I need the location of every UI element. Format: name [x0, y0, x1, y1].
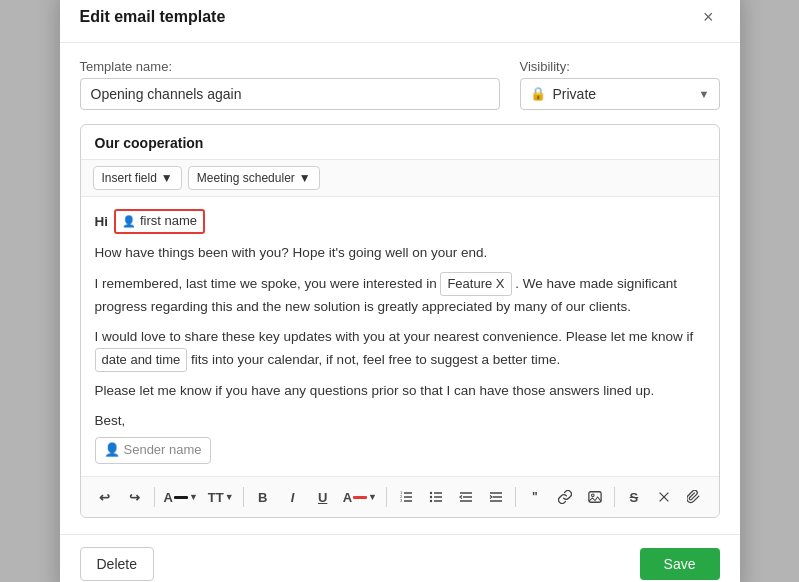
- date-time-value: date and time: [102, 352, 181, 367]
- sender-line: 👤 Sender name: [95, 437, 705, 464]
- bold-button[interactable]: B: [249, 483, 277, 511]
- font-color-button[interactable]: A ▼: [160, 488, 202, 507]
- svg-text:3: 3: [400, 498, 403, 503]
- unordered-list-button[interactable]: [422, 483, 450, 511]
- font-size-button[interactable]: TT ▼: [204, 488, 238, 507]
- sender-person-icon: 👤: [104, 440, 120, 461]
- insert-field-button[interactable]: Insert field ▼: [93, 166, 182, 190]
- svg-point-10: [430, 496, 432, 498]
- lock-icon: 🔒: [530, 86, 546, 101]
- italic-button[interactable]: I: [279, 483, 307, 511]
- toolbar-divider-5: [614, 487, 615, 507]
- blockquote-button[interactable]: ": [521, 483, 549, 511]
- toolbar-divider-3: [386, 487, 387, 507]
- font-color-arrow: ▼: [189, 492, 198, 502]
- editor-content-area[interactable]: Hi 👤 first name How have things been wit…: [81, 197, 719, 477]
- svg-point-9: [430, 492, 432, 494]
- indent-less-button[interactable]: [452, 483, 480, 511]
- modal-body: Template name: Visibility: 🔒 Private Pub…: [60, 43, 740, 535]
- toolbar-divider-1: [154, 487, 155, 507]
- visibility-select[interactable]: Private Public: [520, 78, 720, 110]
- editor-top-toolbar: Insert field ▼ Meeting scheduler ▼: [81, 160, 719, 197]
- content-line-2: I remembered, last time we spoke, you we…: [95, 272, 705, 318]
- feature-value: Feature X: [447, 276, 504, 291]
- redo-button[interactable]: ↪: [121, 483, 149, 511]
- content-line-3: I would love to share these key updates …: [95, 326, 705, 372]
- toolbar-divider-2: [243, 487, 244, 507]
- font-color-letter: A: [164, 490, 173, 505]
- first-name-inner: 👤 first name: [122, 211, 197, 232]
- svg-point-11: [430, 500, 432, 502]
- modal-header: Edit email template ×: [60, 0, 740, 43]
- font-size-arrow: ▼: [225, 492, 234, 502]
- hi-text: Hi: [95, 211, 109, 233]
- attachment-button[interactable]: [680, 483, 708, 511]
- modal-footer: Delete Save: [60, 534, 740, 582]
- template-name-group: Template name:: [80, 59, 500, 110]
- link-button[interactable]: [551, 483, 579, 511]
- strikethrough-button[interactable]: S: [620, 483, 648, 511]
- content-line-1: How have things been with you? Hope it's…: [95, 242, 705, 264]
- edit-email-template-modal: Edit email template × Template name: Vis…: [60, 0, 740, 582]
- clear-format-button[interactable]: [650, 483, 678, 511]
- modal-overlay: Edit email template × Template name: Vis…: [0, 0, 799, 582]
- template-name-label: Template name:: [80, 59, 500, 74]
- feature-field-pill[interactable]: Feature X: [440, 272, 511, 297]
- undo-button[interactable]: ↩: [91, 483, 119, 511]
- template-form-row: Template name: Visibility: 🔒 Private Pub…: [80, 59, 720, 110]
- sender-name-placeholder: Sender name: [124, 440, 202, 461]
- font-size-label: TT: [208, 490, 224, 505]
- meeting-scheduler-arrow: ▼: [299, 171, 311, 185]
- line3-post: fits into your calendar, if not, feel fr…: [191, 352, 560, 367]
- insert-field-label: Insert field: [102, 171, 157, 185]
- save-button[interactable]: Save: [640, 548, 720, 580]
- editor-bottom-toolbar: ↩ ↪ A ▼ TT ▼ B: [81, 476, 719, 517]
- text-color-button[interactable]: A ▼: [339, 488, 381, 507]
- visibility-group: Visibility: 🔒 Private Public ▼: [520, 59, 720, 110]
- delete-button[interactable]: Delete: [80, 547, 154, 581]
- email-editor: Our cooperation Insert field ▼ Meeting s…: [80, 124, 720, 519]
- template-name-input[interactable]: [80, 78, 500, 110]
- text-color-arrow: ▼: [368, 492, 377, 502]
- editor-section-label: Our cooperation: [81, 125, 719, 160]
- visibility-select-wrapper: 🔒 Private Public ▼: [520, 78, 720, 110]
- date-time-field-pill[interactable]: date and time: [95, 348, 188, 373]
- modal-title: Edit email template: [80, 8, 226, 26]
- underline-button[interactable]: U: [309, 483, 337, 511]
- closing-text: Best,: [95, 410, 705, 432]
- image-button[interactable]: [581, 483, 609, 511]
- insert-field-arrow: ▼: [161, 171, 173, 185]
- meeting-scheduler-label: Meeting scheduler: [197, 171, 295, 185]
- line3-pre: I would love to share these key updates …: [95, 329, 694, 344]
- content-line-4: Please let me know if you have any quest…: [95, 380, 705, 402]
- font-color-bar: [174, 496, 188, 499]
- close-button[interactable]: ×: [697, 5, 720, 30]
- greeting-line: Hi 👤 first name: [95, 209, 705, 234]
- ordered-list-button[interactable]: 1 2 3: [392, 483, 420, 511]
- person-icon: 👤: [122, 213, 136, 231]
- meeting-scheduler-button[interactable]: Meeting scheduler ▼: [188, 166, 320, 190]
- first-name-field-pill[interactable]: 👤 first name: [114, 209, 205, 234]
- toolbar-divider-4: [515, 487, 516, 507]
- sender-pill[interactable]: 👤 Sender name: [95, 437, 211, 464]
- visibility-label: Visibility:: [520, 59, 720, 74]
- text-color-letter: A: [343, 490, 352, 505]
- first-name-value: first name: [140, 211, 197, 232]
- indent-more-button[interactable]: [482, 483, 510, 511]
- svg-point-19: [591, 494, 594, 497]
- text-color-bar: [353, 496, 367, 499]
- line2-pre: I remembered, last time we spoke, you we…: [95, 276, 437, 291]
